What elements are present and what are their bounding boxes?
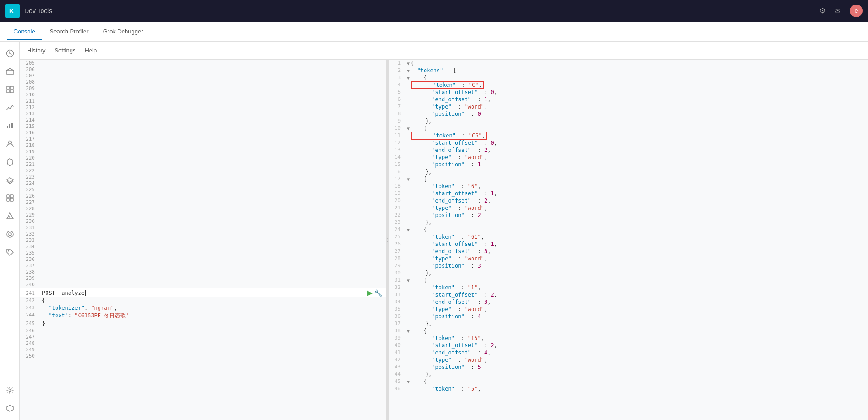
svg-text:K: K [9,8,14,14]
resp-line-content: }, [405,371,868,378]
response-line: 30 }, [389,269,868,277]
line-content[interactable] [40,353,386,359]
expand-arrow[interactable]: ▼ [407,227,410,232]
response-line: 44 }, [389,371,868,378]
left-code-lines: 2052062072082092102112122132142152162172… [20,60,386,288]
expand-arrow[interactable]: ▼ [407,329,410,334]
resp-line-num: 30 [389,269,405,277]
resp-line-content: "token" : "61", [405,233,868,241]
response-line: 11 "token" : "C6", [389,132,868,139]
sidebar-icon-clock[interactable] [2,45,18,61]
line-num: 232 [20,231,40,237]
right-editor-scroll[interactable]: 1▼{2▼ "tokens" : [3▼ {4 "token" : "C",5 … [389,60,868,420]
mail-icon[interactable]: ✉ [835,6,844,15]
response-line: 3▼ { [389,74,868,81]
sidebar-icon-grid[interactable] [2,81,18,98]
left-line: 217 [20,136,386,142]
left-line: 220 [20,155,386,161]
left-editor-scroll[interactable]: 2052062072082092102112122132142152162172… [20,60,386,420]
line-content[interactable]: "tokenizer": "ngram", [40,304,386,311]
left-line: 206 [20,66,386,72]
line-num: 237 [20,262,40,269]
resp-line-content: }, [405,219,868,226]
line-content[interactable]: } [40,320,386,327]
subnav-history[interactable]: History [27,43,45,57]
sidebar-icon-expand[interactable] [2,400,18,416]
resp-line-content: }, [405,269,868,277]
resp-line-num: 29 [389,262,405,269]
left-line: 222 [20,167,386,174]
tab-console[interactable]: Console [7,24,42,40]
sidebar-icon-bar-chart[interactable] [2,118,18,134]
sidebar-icon-tag[interactable] [2,244,18,260]
response-line: 24▼ { [389,226,868,233]
subnav-settings[interactable]: Settings [54,43,75,57]
expand-arrow[interactable]: ▼ [407,126,410,131]
left-line: 205 [20,60,386,66]
expand-arrow[interactable]: ▼ [407,68,410,73]
resp-line-num: 2 [389,67,405,74]
line-content[interactable]: { [40,297,386,304]
line-num: 207 [20,72,40,79]
left-line: 211 [20,98,386,104]
resp-line-num: 20 [389,197,405,204]
response-lines: 1▼{2▼ "tokens" : [3▼ {4 "token" : "C",5 … [389,60,868,392]
sidebar-icon-puzzle[interactable] [2,190,18,206]
line-content[interactable] [40,346,386,353]
active-line-content[interactable]: POST _analyze [40,289,367,297]
resp-line-num: 21 [389,204,405,212]
response-line: 13 "end_offset" : 2, [389,146,868,154]
app-title: Dev Tools [24,7,815,14]
sidebar-icon-alert[interactable] [2,208,18,224]
response-line: 9 }, [389,118,868,125]
resp-line-num: 41 [389,349,405,356]
resp-line-num: 25 [389,233,405,241]
main-wrapper: History Settings Help 205206207208209210… [0,42,868,420]
left-line: 243 "tokenizer": "ngram", [20,304,386,311]
svg-point-17 [9,217,10,218]
resp-line-num: 1 [389,60,405,67]
topbar: K Dev Tools ⚙ ✉ e [0,0,868,22]
expand-arrow[interactable]: ▼ [407,61,410,66]
resp-line-content: "token" : "15", [405,335,868,342]
line-content[interactable] [40,334,386,340]
line-content[interactable] [40,327,386,334]
sidebar-icon-home[interactable] [2,63,18,80]
line-content [40,250,386,256]
response-line: 42 "type" : "word", [389,356,868,363]
line-content[interactable]: "text": "C6153PE-冬日恋歌" [40,311,386,320]
avatar[interactable]: e [850,5,863,17]
sidebar-icon-shield[interactable] [2,154,18,170]
sidebar-icon-chart[interactable] [2,99,18,116]
response-line: 10▼ { [389,125,868,132]
resp-line-num: 4 [389,81,405,89]
expand-arrow[interactable]: ▼ [407,177,410,182]
line-num: 221 [20,161,40,167]
subnav-help[interactable]: Help [85,43,97,57]
settings-icon[interactable]: ⚙ [819,6,828,15]
active-line-number: 241 [20,290,40,296]
sidebar-icon-person[interactable] [2,136,18,152]
wrench-button[interactable]: 🔧 [374,288,382,297]
line-content[interactable] [40,340,386,346]
line-num: 234 [20,243,40,250]
resp-line-num: 26 [389,241,405,248]
expand-arrow[interactable]: ▼ [407,379,410,384]
resp-line-content: "token" : "C6", [405,132,868,139]
response-line: 37 }, [389,320,868,327]
expand-arrow[interactable]: ▼ [407,278,410,283]
left-line: 239 [20,275,386,281]
sidebar-icon-layers[interactable] [2,172,18,188]
sidebar-icon-gear[interactable] [2,382,18,398]
resp-line-content: "start_offset" : 2, [405,342,868,349]
tab-search-profiler[interactable]: Search Profiler [43,24,95,40]
run-button[interactable]: ▶ [367,288,373,297]
line-num: 250 [20,353,40,359]
tab-grok-debugger[interactable]: Grok Debugger [97,24,150,40]
line-num: 224 [20,180,40,186]
expand-arrow[interactable]: ▼ [407,76,410,80]
resp-line-content: ▼{ [405,60,868,67]
line-content [40,269,386,275]
sidebar-icon-radio[interactable] [2,226,18,242]
line-content [40,79,386,85]
